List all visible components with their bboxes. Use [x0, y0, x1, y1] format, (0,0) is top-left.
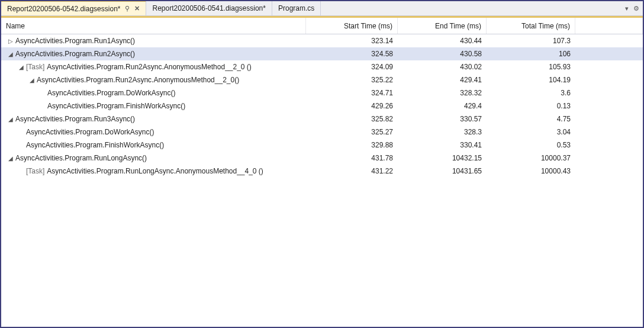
table-row[interactable]: AsyncActivities.Program.DoWorkAsync()324… [1, 86, 643, 99]
cell-end: 430.58 [398, 50, 487, 58]
cell-total: 3.04 [487, 128, 575, 136]
tab-report-0541[interactable]: Report20200506-0541.diagsession* [146, 1, 272, 15]
column-header-total[interactable]: Total Time (ms) [487, 18, 575, 34]
row-name: AsyncActivities.Program.DoWorkAsync() [47, 89, 176, 97]
cell-end: 10432.15 [398, 154, 487, 162]
cell-total: 0.53 [487, 141, 575, 149]
cell-total: 10000.37 [487, 154, 575, 162]
tab-program-cs[interactable]: Program.cs [272, 1, 321, 15]
cell-start: 431.78 [306, 154, 398, 162]
cell-total: 104.19 [487, 76, 575, 84]
cell-end: 429.4 [398, 102, 487, 110]
cell-start: 324.58 [306, 50, 398, 58]
row-name: AsyncActivities.Program.Run2Async.Anonym… [47, 63, 252, 71]
gear-icon[interactable]: ⚙ [633, 5, 639, 12]
tab-label: Program.cs [278, 4, 314, 12]
table-row[interactable]: ◢AsyncActivities.Program.Run3Async()325.… [1, 112, 643, 126]
table-row[interactable]: AsyncActivities.Program.FinishWorkAsync(… [1, 139, 643, 152]
name-cell: ▷AsyncActivities.Program.Run1Async() [1, 37, 306, 45]
table-row[interactable]: ◢[Task]AsyncActivities.Program.Run2Async… [1, 60, 643, 73]
tab-label: Report20200506-0541.diagsession* [152, 4, 265, 12]
cell-start: 323.14 [306, 37, 398, 45]
cell-total: 105.93 [487, 63, 575, 71]
dropdown-icon[interactable]: ▾ [625, 5, 629, 12]
table-row[interactable]: AsyncActivities.Program.FinishWorkAsync(… [1, 99, 643, 112]
table-row[interactable]: ◢AsyncActivities.Program.Run2Async()324.… [1, 47, 643, 60]
tab-report-0542[interactable]: Report20200506-0542.diagsession* ⚲ ✕ [1, 1, 146, 15]
cell-start: 325.27 [306, 128, 398, 136]
expand-icon[interactable]: ◢ [7, 51, 14, 57]
cell-end: 328.32 [398, 89, 487, 97]
table-row[interactable]: [Task]AsyncActivities.Program.RunLongAsy… [1, 165, 643, 178]
cell-end: 328.3 [398, 128, 487, 136]
row-name: AsyncActivities.Program.Run1Async() [15, 37, 135, 45]
name-cell: AsyncActivities.Program.DoWorkAsync() [1, 128, 306, 136]
column-header-end[interactable]: End Time (ms) [398, 18, 487, 34]
row-name: AsyncActivities.Program.DoWorkAsync() [26, 128, 154, 136]
cell-start: 431.22 [306, 167, 398, 175]
cell-end: 330.57 [398, 115, 487, 123]
expand-icon[interactable]: ◢ [28, 77, 36, 83]
name-cell: ◢AsyncActivities.Program.RunLongAsync() [1, 154, 306, 162]
cell-end: 330.41 [398, 141, 487, 149]
table-row[interactable]: ◢AsyncActivities.Program.Run2Async.Anony… [1, 73, 643, 86]
cell-start: 325.22 [306, 76, 398, 84]
table-row[interactable]: ◢AsyncActivities.Program.RunLongAsync()4… [1, 152, 643, 165]
task-prefix: [Task] [26, 167, 44, 175]
column-header-spacer [575, 18, 643, 34]
column-header-start[interactable]: Start Time (ms) [306, 18, 398, 34]
results-grid: Name Start Time (ms) End Time (ms) Total… [1, 18, 643, 327]
rows-container: ▷AsyncActivities.Program.Run1Async()323.… [1, 34, 643, 178]
tab-label: Report20200506-0542.diagsession* [7, 5, 120, 13]
column-header-row: Name Start Time (ms) End Time (ms) Total… [1, 18, 643, 34]
name-cell: [Task]AsyncActivities.Program.RunLongAsy… [1, 167, 306, 175]
name-cell: ◢AsyncActivities.Program.Run2Async() [1, 50, 306, 58]
name-cell: ◢AsyncActivities.Program.Run3Async() [1, 115, 306, 123]
task-prefix: [Task] [26, 63, 44, 71]
cell-end: 430.02 [398, 63, 487, 71]
row-name: AsyncActivities.Program.RunLongAsync.Ano… [47, 167, 263, 175]
cell-start: 429.26 [306, 102, 398, 110]
row-name: AsyncActivities.Program.Run2Async() [15, 50, 135, 58]
cell-start: 324.09 [306, 63, 398, 71]
cell-start: 324.71 [306, 89, 398, 97]
cell-total: 106 [487, 50, 575, 58]
table-row[interactable]: ▷AsyncActivities.Program.Run1Async()323.… [1, 34, 643, 47]
cell-start: 329.88 [306, 141, 398, 149]
row-name: AsyncActivities.Program.FinishWorkAsync(… [26, 141, 164, 149]
cell-end: 10431.65 [398, 167, 487, 175]
close-icon[interactable]: ✕ [134, 5, 140, 12]
expand-icon[interactable]: ◢ [18, 64, 25, 70]
expand-icon[interactable]: ◢ [7, 155, 14, 162]
row-name: AsyncActivities.Program.Run3Async() [15, 115, 135, 123]
column-header-name[interactable]: Name [1, 18, 306, 34]
cell-end: 429.41 [398, 76, 487, 84]
cell-start: 325.82 [306, 115, 398, 123]
name-cell: AsyncActivities.Program.DoWorkAsync() [1, 89, 306, 97]
collapse-icon[interactable]: ▷ [7, 38, 14, 44]
name-cell: AsyncActivities.Program.FinishWorkAsync(… [1, 141, 306, 149]
pin-icon[interactable]: ⚲ [125, 5, 130, 12]
cell-total: 4.75 [487, 115, 575, 123]
tab-bar-right-controls: ▾ ⚙ [622, 1, 643, 15]
name-cell: AsyncActivities.Program.FinishWorkAsync(… [1, 102, 306, 110]
cell-total: 10000.43 [487, 167, 575, 175]
cell-total: 107.3 [487, 37, 575, 45]
name-cell: ◢[Task]AsyncActivities.Program.Run2Async… [1, 63, 306, 71]
cell-total: 0.13 [487, 102, 575, 110]
cell-end: 430.44 [398, 37, 487, 45]
cell-total: 3.6 [487, 89, 575, 97]
name-cell: ◢AsyncActivities.Program.Run2Async.Anony… [1, 76, 306, 84]
expand-icon[interactable]: ◢ [7, 116, 14, 123]
row-name: AsyncActivities.Program.Run2Async.Anonym… [37, 76, 239, 84]
row-name: AsyncActivities.Program.FinishWorkAsync(… [47, 102, 185, 110]
row-name: AsyncActivities.Program.RunLongAsync() [15, 154, 147, 162]
table-row[interactable]: AsyncActivities.Program.DoWorkAsync()325… [1, 126, 643, 139]
tab-bar: Report20200506-0542.diagsession* ⚲ ✕ Rep… [1, 1, 643, 16]
